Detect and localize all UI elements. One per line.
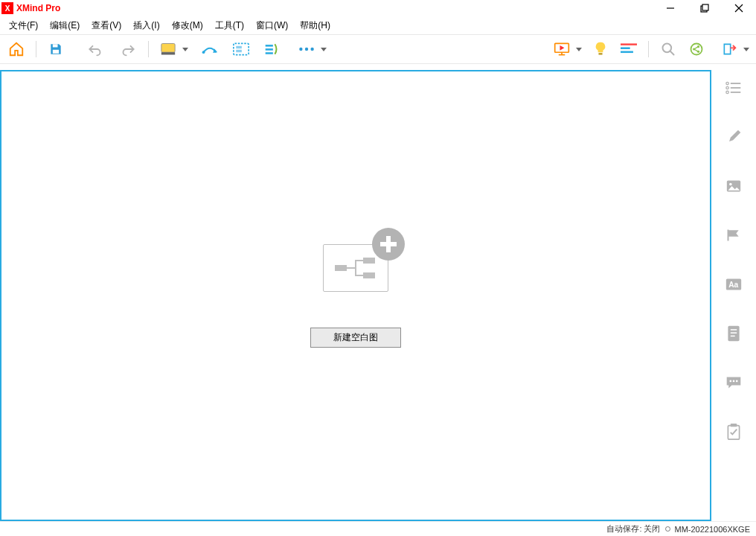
svg-line-33 [694, 49, 699, 51]
svg-point-41 [726, 91, 728, 93]
menu-bar: 文件(F) 编辑(E) 查看(V) 插入(I) 修改(M) 工具(T) 窗口(W… [0, 16, 756, 34]
more-dropdown[interactable] [320, 48, 327, 51]
app-title: XMind Pro [16, 3, 60, 13]
svg-text:Aa: Aa [728, 281, 738, 289]
export-dropdown[interactable] [743, 48, 750, 51]
task-panel-button[interactable] [725, 423, 743, 441]
svg-point-39 [726, 86, 728, 89]
canvas-area[interactable]: 新建空白图 [0, 70, 711, 521]
app-icon: X [1, 2, 13, 14]
brainstorm-button[interactable] [590, 39, 611, 60]
gantt-button[interactable] [618, 39, 639, 60]
menu-window[interactable]: 窗口(W) [250, 18, 294, 34]
svg-rect-6 [53, 50, 59, 54]
font-panel-button[interactable]: Aa [725, 275, 743, 293]
main-area: 新建空白图 Aa [0, 64, 756, 521]
new-blank-map-button[interactable]: 新建空白图 [310, 328, 401, 348]
menu-insert[interactable]: 插入(I) [127, 18, 165, 34]
more-button[interactable] [296, 39, 317, 60]
svg-point-44 [729, 183, 732, 186]
image-icon [726, 179, 741, 193]
outline-panel-button[interactable] [725, 79, 743, 97]
svg-point-53 [733, 380, 735, 383]
mindmap-icon [333, 255, 378, 281]
svg-rect-24 [621, 47, 630, 49]
svg-point-54 [736, 380, 738, 383]
topic-icon [161, 42, 176, 56]
boundary-icon [233, 42, 249, 56]
save-icon [48, 42, 63, 57]
svg-rect-12 [236, 50, 242, 52]
minimize-button[interactable] [653, 0, 688, 16]
svg-rect-35 [363, 258, 375, 264]
status-indicator-icon [665, 526, 670, 532]
home-icon [8, 41, 25, 57]
clipboard-icon [727, 424, 740, 440]
svg-rect-48 [728, 326, 739, 341]
svg-rect-13 [266, 45, 273, 47]
topic-dropdown[interactable] [182, 48, 189, 51]
home-button[interactable] [6, 39, 27, 60]
svg-rect-22 [598, 53, 602, 55]
share-icon [689, 42, 704, 57]
plus-icon [372, 228, 405, 261]
toolbar-separator [36, 41, 36, 57]
brush-icon [725, 129, 742, 145]
close-button[interactable] [722, 0, 756, 16]
document-id: MM-20221006XKGE [675, 525, 751, 534]
save-button[interactable] [45, 39, 66, 60]
autosave-status: 自动保存: 关闭 [606, 523, 660, 535]
search-icon [661, 42, 676, 57]
toolbar-separator [148, 41, 149, 57]
svg-point-52 [729, 380, 731, 383]
relationship-icon [202, 42, 218, 56]
title-bar: X XMind Pro [0, 0, 756, 16]
menu-file[interactable]: 文件(F) [3, 18, 44, 34]
svg-point-9 [202, 51, 205, 54]
comment-icon [725, 375, 742, 390]
menu-edit[interactable]: 编辑(E) [44, 18, 86, 34]
new-map-graphic [323, 244, 388, 292]
notes-icon [727, 325, 740, 342]
outline-icon [725, 81, 742, 95]
svg-point-16 [299, 48, 302, 51]
close-icon [734, 4, 743, 13]
flag-icon [726, 229, 741, 242]
svg-rect-14 [266, 48, 273, 51]
maximize-button[interactable] [688, 0, 722, 16]
menu-modify[interactable]: 修改(M) [166, 18, 209, 34]
comments-panel-button[interactable] [725, 374, 743, 392]
menu-tools[interactable]: 工具(T) [209, 18, 250, 34]
status-bar: 自动保存: 关闭 MM-20221006XKGE [0, 521, 756, 536]
presentation-dropdown[interactable] [575, 48, 583, 51]
redo-icon [121, 42, 136, 57]
notes-panel-button[interactable] [725, 325, 743, 342]
marker-panel-button[interactable] [725, 226, 743, 244]
share-button[interactable] [686, 39, 707, 60]
lightbulb-icon [594, 41, 607, 57]
side-panel: Aa [711, 64, 756, 521]
svg-rect-5 [53, 44, 58, 47]
svg-rect-34 [335, 265, 347, 271]
menu-help[interactable]: 帮助(H) [294, 18, 336, 34]
export-button[interactable] [719, 39, 740, 60]
presentation-button[interactable] [551, 39, 572, 60]
maximize-icon [700, 4, 709, 13]
svg-rect-7 [161, 44, 175, 53]
summary-button[interactable] [262, 39, 283, 60]
more-icon [298, 46, 315, 52]
menu-view[interactable]: 查看(V) [86, 18, 127, 34]
font-icon: Aa [725, 278, 742, 291]
redo-button[interactable] [118, 39, 139, 60]
svg-point-17 [305, 48, 308, 51]
topic-button[interactable] [158, 39, 179, 60]
boundary-button[interactable] [231, 39, 252, 60]
image-panel-button[interactable] [725, 177, 743, 195]
svg-rect-8 [161, 52, 175, 54]
search-button[interactable] [658, 39, 679, 60]
format-panel-button[interactable] [725, 128, 743, 146]
svg-line-27 [670, 51, 674, 55]
svg-rect-25 [621, 51, 633, 54]
undo-button[interactable] [84, 39, 105, 60]
relationship-button[interactable] [199, 39, 220, 60]
